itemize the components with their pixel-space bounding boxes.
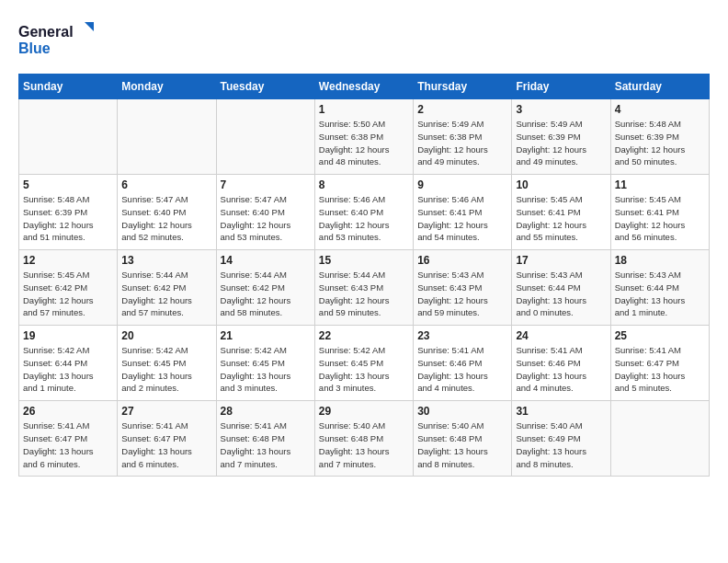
calendar-cell: 17Sunrise: 5:43 AMSunset: 6:44 PMDayligh… [512,250,610,326]
calendar-week-row: 19Sunrise: 5:42 AMSunset: 6:44 PMDayligh… [19,326,710,401]
day-number: 17 [516,254,606,267]
day-info: Sunrise: 5:44 AMSunset: 6:42 PMDaylight:… [121,269,211,319]
weekday-header: Saturday [610,75,709,99]
calendar-cell: 24Sunrise: 5:41 AMSunset: 6:46 PMDayligh… [512,326,610,401]
day-number: 14 [221,254,311,267]
calendar-cell [216,99,314,175]
calendar-cell [610,401,709,477]
day-info: Sunrise: 5:48 AMSunset: 6:39 PMDaylight:… [23,193,113,244]
calendar-cell: 31Sunrise: 5:40 AMSunset: 6:49 PMDayligh… [512,401,610,477]
calendar-cell: 28Sunrise: 5:41 AMSunset: 6:48 PMDayligh… [216,401,314,477]
calendar-cell: 3Sunrise: 5:49 AMSunset: 6:39 PMDaylight… [512,99,610,175]
calendar-cell: 5Sunrise: 5:48 AMSunset: 6:39 PMDaylight… [19,175,118,250]
day-info: Sunrise: 5:40 AMSunset: 6:48 PMDaylight:… [417,419,507,470]
day-info: Sunrise: 5:48 AMSunset: 6:39 PMDaylight:… [615,118,705,168]
calendar-week-row: 12Sunrise: 5:45 AMSunset: 6:42 PMDayligh… [19,250,710,326]
svg-marker-1 [85,22,94,31]
day-number: 6 [121,178,211,191]
day-number: 26 [23,405,113,418]
svg-text:General: General [18,24,74,40]
day-number: 10 [516,178,606,191]
day-number: 25 [615,329,705,342]
day-info: Sunrise: 5:50 AMSunset: 6:38 PMDaylight:… [319,118,409,168]
day-info: Sunrise: 5:46 AMSunset: 6:40 PMDaylight:… [319,193,409,244]
day-info: Sunrise: 5:46 AMSunset: 6:41 PMDaylight:… [417,193,507,244]
calendar-cell: 19Sunrise: 5:42 AMSunset: 6:44 PMDayligh… [19,326,118,401]
calendar-cell: 20Sunrise: 5:42 AMSunset: 6:45 PMDayligh… [118,326,216,401]
calendar-cell: 13Sunrise: 5:44 AMSunset: 6:42 PMDayligh… [118,250,216,326]
day-info: Sunrise: 5:49 AMSunset: 6:38 PMDaylight:… [417,118,507,168]
day-info: Sunrise: 5:42 AMSunset: 6:44 PMDaylight:… [23,344,113,395]
calendar-table: SundayMondayTuesdayWednesdayThursdayFrid… [18,74,710,477]
calendar-week-row: 5Sunrise: 5:48 AMSunset: 6:39 PMDaylight… [19,175,710,250]
calendar-cell: 22Sunrise: 5:42 AMSunset: 6:45 PMDayligh… [314,326,413,401]
day-number: 30 [417,405,507,418]
day-info: Sunrise: 5:40 AMSunset: 6:48 PMDaylight:… [319,419,409,470]
weekday-header: Sunday [19,75,118,99]
day-info: Sunrise: 5:41 AMSunset: 6:47 PMDaylight:… [23,419,113,470]
day-number: 15 [319,254,409,267]
day-number: 9 [417,178,507,191]
day-number: 29 [319,405,409,418]
page-header: GeneralBlue [18,18,710,59]
day-number: 20 [121,329,211,342]
day-info: Sunrise: 5:47 AMSunset: 6:40 PMDaylight:… [121,193,211,244]
logo: GeneralBlue [18,18,101,59]
weekday-header: Thursday [414,75,512,99]
day-number: 27 [121,405,211,418]
day-info: Sunrise: 5:41 AMSunset: 6:48 PMDaylight:… [221,419,311,470]
svg-text:Blue: Blue [18,40,51,56]
calendar-cell: 11Sunrise: 5:45 AMSunset: 6:41 PMDayligh… [610,175,709,250]
day-number: 18 [615,254,705,267]
calendar-cell: 8Sunrise: 5:46 AMSunset: 6:40 PMDaylight… [314,175,413,250]
day-number: 23 [417,329,507,342]
day-number: 1 [319,103,409,116]
calendar-cell: 16Sunrise: 5:43 AMSunset: 6:43 PMDayligh… [414,250,512,326]
day-number: 28 [221,405,311,418]
weekday-header: Monday [118,75,216,99]
day-info: Sunrise: 5:47 AMSunset: 6:40 PMDaylight:… [221,193,311,244]
day-number: 11 [615,178,705,191]
day-number: 2 [417,103,507,116]
day-number: 3 [516,103,606,116]
day-number: 12 [23,254,113,267]
weekday-header: Friday [512,75,610,99]
day-info: Sunrise: 5:45 AMSunset: 6:41 PMDaylight:… [516,193,606,244]
calendar-cell: 26Sunrise: 5:41 AMSunset: 6:47 PMDayligh… [19,401,118,477]
day-info: Sunrise: 5:49 AMSunset: 6:39 PMDaylight:… [516,118,606,168]
day-info: Sunrise: 5:41 AMSunset: 6:46 PMDaylight:… [417,344,507,395]
calendar-cell: 25Sunrise: 5:41 AMSunset: 6:47 PMDayligh… [610,326,709,401]
calendar-cell [19,99,118,175]
calendar-week-row: 26Sunrise: 5:41 AMSunset: 6:47 PMDayligh… [19,401,710,477]
day-number: 22 [319,329,409,342]
day-info: Sunrise: 5:41 AMSunset: 6:47 PMDaylight:… [121,419,211,470]
day-number: 5 [23,178,113,191]
calendar-cell: 7Sunrise: 5:47 AMSunset: 6:40 PMDaylight… [216,175,314,250]
calendar-cell: 18Sunrise: 5:43 AMSunset: 6:44 PMDayligh… [610,250,709,326]
header-row: SundayMondayTuesdayWednesdayThursdayFrid… [19,75,710,99]
calendar-cell: 4Sunrise: 5:48 AMSunset: 6:39 PMDaylight… [610,99,709,175]
calendar-cell: 9Sunrise: 5:46 AMSunset: 6:41 PMDaylight… [414,175,512,250]
calendar-week-row: 1Sunrise: 5:50 AMSunset: 6:38 PMDaylight… [19,99,710,175]
day-number: 19 [23,329,113,342]
day-number: 21 [221,329,311,342]
day-number: 31 [516,405,606,418]
calendar-cell: 12Sunrise: 5:45 AMSunset: 6:42 PMDayligh… [19,250,118,326]
calendar-cell: 27Sunrise: 5:41 AMSunset: 6:47 PMDayligh… [118,401,216,477]
day-number: 16 [417,254,507,267]
calendar-cell: 30Sunrise: 5:40 AMSunset: 6:48 PMDayligh… [414,401,512,477]
day-number: 8 [319,178,409,191]
calendar-cell: 1Sunrise: 5:50 AMSunset: 6:38 PMDaylight… [314,99,413,175]
calendar-cell: 14Sunrise: 5:44 AMSunset: 6:42 PMDayligh… [216,250,314,326]
calendar-cell: 29Sunrise: 5:40 AMSunset: 6:48 PMDayligh… [314,401,413,477]
weekday-header: Tuesday [216,75,314,99]
day-info: Sunrise: 5:43 AMSunset: 6:43 PMDaylight:… [417,269,507,319]
day-number: 24 [516,329,606,342]
day-number: 4 [615,103,705,116]
day-info: Sunrise: 5:42 AMSunset: 6:45 PMDaylight:… [121,344,211,395]
day-number: 7 [221,178,311,191]
day-info: Sunrise: 5:42 AMSunset: 6:45 PMDaylight:… [319,344,409,395]
day-info: Sunrise: 5:45 AMSunset: 6:42 PMDaylight:… [23,269,113,319]
calendar-cell: 6Sunrise: 5:47 AMSunset: 6:40 PMDaylight… [118,175,216,250]
day-info: Sunrise: 5:42 AMSunset: 6:45 PMDaylight:… [221,344,311,395]
